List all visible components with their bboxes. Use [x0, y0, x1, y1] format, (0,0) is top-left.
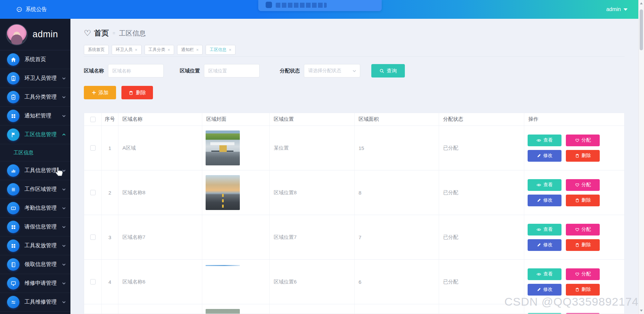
sidebar-item[interactable]: 通知栏管理: [0, 107, 70, 125]
delete-button[interactable]: 删除: [566, 284, 600, 296]
table-header-cell: 序号: [102, 113, 118, 125]
breadcrumb-separator: =: [113, 31, 115, 36]
sidebar-item[interactable]: 工具发放管理: [0, 237, 70, 255]
avatar[interactable]: [6, 24, 28, 45]
row-cover-image: [206, 309, 240, 314]
heart-icon: ♡: [84, 29, 91, 37]
row-checkbox[interactable]: [90, 279, 96, 284]
tab-bar: 系统首页 环卫人员 × 工具分类 × 通知栏 ×: [84, 45, 625, 57]
row-location: [270, 304, 355, 314]
name-filter-input[interactable]: [108, 64, 164, 77]
monitor-icon: [7, 277, 19, 290]
scroll-down-arrow[interactable]: [640, 310, 643, 312]
edit-button[interactable]: 修改: [528, 284, 561, 296]
assign-button[interactable]: 分配: [566, 313, 600, 314]
assign-button[interactable]: 分配: [566, 179, 600, 191]
tab[interactable]: 系统首页: [84, 45, 109, 55]
speech-bubble-icon: [16, 6, 22, 13]
table-header-cell: 区域名称: [118, 113, 202, 125]
tab[interactable]: 工区信息 ×: [206, 45, 235, 55]
chevron-icon: [62, 187, 66, 192]
search-button[interactable]: 查询: [371, 64, 405, 77]
tab[interactable]: 工具分类 ×: [145, 45, 174, 55]
edit-button[interactable]: 修改: [528, 150, 561, 162]
view-button[interactable]: 查看: [528, 179, 561, 191]
delete-button[interactable]: 删除: [566, 239, 600, 251]
grid-icon: [7, 240, 19, 252]
assign-button[interactable]: 分配: [566, 135, 600, 146]
chevron-icon: [62, 206, 66, 210]
scroll-up-arrow[interactable]: [640, 2, 643, 4]
view-button[interactable]: 查看: [528, 135, 561, 146]
sidebar-item[interactable]: 工作区域管理: [0, 180, 70, 199]
plus-icon: [92, 90, 96, 95]
breadcrumb-home[interactable]: 首页: [94, 28, 109, 38]
delete-button[interactable]: 删除: [566, 195, 600, 206]
edit-button[interactable]: 修改: [528, 239, 561, 251]
row-checkbox[interactable]: [90, 190, 96, 195]
row-checkbox[interactable]: [90, 145, 96, 151]
row-cover-image: [206, 130, 240, 165]
chevron-down-icon: [624, 8, 628, 11]
sidebar-item[interactable]: 维修申请管理: [0, 274, 70, 293]
delete-selected-button[interactable]: 删除: [121, 86, 153, 99]
user-menu[interactable]: admin: [606, 0, 628, 19]
tab[interactable]: 环卫人员 ×: [112, 45, 142, 55]
chevron-icon: [62, 244, 66, 248]
sidebar-item-label: 工具分类管理: [24, 94, 57, 101]
announcement-popover: [258, 0, 382, 11]
filter-bar: 区域名称 区域位置 分配状态 请选择分配状态 查询: [84, 64, 625, 77]
sidebar-item-label: 工具维修管理: [24, 299, 57, 306]
vertical-scrollbar[interactable]: [638, 0, 644, 314]
scrollbar-thumb[interactable]: [640, 9, 643, 50]
close-icon[interactable]: ×: [168, 48, 170, 52]
sidebar-item-label: 请假信息管理: [24, 223, 57, 230]
status-filter-select[interactable]: 请选择分配状态: [304, 64, 360, 77]
sidebar-item[interactable]: 工区信息: [0, 144, 70, 161]
close-icon[interactable]: ×: [229, 48, 231, 52]
heart-icon: [575, 272, 580, 276]
table-body: 1 A区域 某位置 15 已分配 查看: [84, 126, 624, 314]
username-label: admin: [606, 6, 621, 12]
tab[interactable]: 通知栏 ×: [177, 45, 203, 55]
tab-label: 工区信息: [210, 47, 226, 53]
header-checkbox-cell: [84, 113, 102, 125]
row-area-size: 7: [355, 215, 439, 259]
row-status: 已分配: [439, 170, 524, 215]
sidebar-item[interactable]: 工具信息管理: [0, 161, 70, 180]
sidebar-item[interactable]: 工区信息管理: [0, 125, 70, 144]
close-icon[interactable]: ×: [196, 48, 199, 52]
sidebar-item-label: 系统首页: [24, 56, 46, 63]
grid-icon: [7, 110, 19, 122]
location-filter-label: 区域位置: [180, 68, 200, 74]
add-button[interactable]: 添加: [84, 86, 116, 99]
sidebar-item[interactable]: 考勤信息管理: [0, 199, 70, 218]
chevron-down-icon: [352, 69, 357, 73]
edit-button[interactable]: 修改: [528, 195, 561, 206]
close-icon[interactable]: ×: [135, 48, 138, 52]
row-index: 3: [102, 215, 118, 259]
view-button[interactable]: 查看: [528, 268, 561, 280]
pencil-icon: [537, 198, 541, 203]
pencil-icon: [537, 287, 541, 292]
row-actions: 查看 分配 修改: [528, 268, 600, 296]
sidebar-item[interactable]: 领取信息管理: [0, 255, 70, 274]
sidebar-item[interactable]: 环卫人员管理: [0, 69, 70, 88]
grid-icon: [7, 221, 19, 233]
view-button[interactable]: 查看: [528, 224, 561, 235]
assign-button[interactable]: 分配: [566, 224, 600, 235]
trash-icon: [575, 243, 580, 247]
location-filter-input[interactable]: [204, 64, 260, 77]
sidebar-item[interactable]: 工具维修管理: [0, 293, 70, 312]
sidebar-item[interactable]: 请假信息管理: [0, 218, 70, 237]
row-checkbox[interactable]: [90, 234, 96, 240]
sidebar-item[interactable]: 工具分类管理: [0, 88, 70, 107]
announcement-button[interactable]: 系统公告: [16, 6, 47, 13]
csdn-watermark: CSDN @QQ3359892174: [504, 295, 639, 308]
sidebar-item[interactable]: 系统首页: [0, 50, 70, 69]
select-all-checkbox[interactable]: [90, 117, 96, 122]
assign-button[interactable]: 分配: [566, 268, 600, 280]
view-button[interactable]: 查看: [528, 313, 561, 314]
row-location: 区域位置6: [270, 260, 355, 304]
delete-button[interactable]: 删除: [566, 150, 600, 162]
